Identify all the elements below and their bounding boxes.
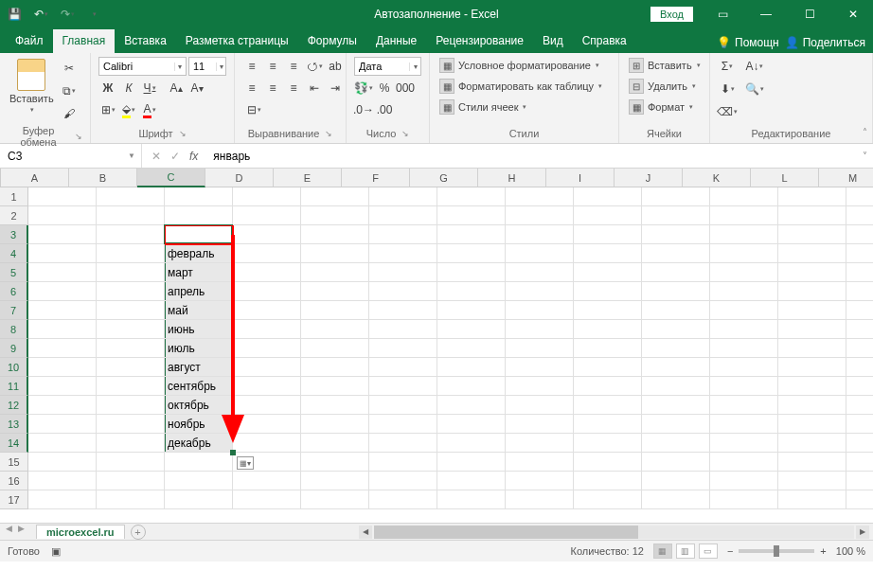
sheet-nav-prev-icon[interactable]: ◀ bbox=[6, 524, 12, 540]
cell[interactable] bbox=[28, 282, 97, 301]
cell[interactable] bbox=[437, 187, 506, 206]
cell[interactable] bbox=[574, 206, 642, 225]
cell[interactable] bbox=[642, 434, 710, 453]
share-button[interactable]: 👤 Поделиться bbox=[785, 36, 865, 49]
cell[interactable] bbox=[506, 187, 574, 206]
cell[interactable] bbox=[506, 396, 574, 415]
cell[interactable] bbox=[97, 396, 165, 415]
font-size-combo[interactable]: ▾ bbox=[188, 57, 226, 76]
cell[interactable] bbox=[574, 415, 642, 434]
cell[interactable] bbox=[846, 282, 873, 301]
cell[interactable] bbox=[710, 415, 778, 434]
minimize-icon[interactable]: — bbox=[752, 8, 780, 21]
cell[interactable] bbox=[778, 415, 846, 434]
align-top-icon[interactable]: ≡ bbox=[242, 57, 261, 76]
cell[interactable] bbox=[233, 225, 301, 244]
row-header[interactable]: 15 bbox=[0, 453, 28, 472]
cell[interactable] bbox=[233, 206, 301, 225]
cell[interactable] bbox=[28, 206, 97, 225]
cell[interactable] bbox=[233, 263, 301, 282]
column-header[interactable]: L bbox=[751, 169, 819, 187]
cell[interactable] bbox=[574, 187, 642, 206]
cell[interactable] bbox=[778, 282, 846, 301]
cell[interactable]: май bbox=[165, 301, 233, 320]
cell[interactable] bbox=[97, 490, 165, 509]
view-normal-icon[interactable]: ▦ bbox=[653, 543, 672, 559]
cell[interactable] bbox=[642, 225, 710, 244]
italic-button[interactable]: К bbox=[119, 79, 138, 98]
cell[interactable] bbox=[301, 301, 369, 320]
save-icon[interactable]: 💾 bbox=[6, 6, 23, 23]
cell[interactable] bbox=[574, 301, 642, 320]
cell[interactable] bbox=[846, 472, 873, 490]
cut-icon[interactable]: ✂ bbox=[60, 59, 79, 78]
cell[interactable] bbox=[778, 320, 846, 339]
cell[interactable] bbox=[437, 396, 506, 415]
borders-button[interactable]: ⊞▾ bbox=[98, 100, 117, 119]
cell[interactable] bbox=[301, 282, 369, 301]
cell[interactable] bbox=[710, 453, 778, 472]
tab-data[interactable]: Данные bbox=[366, 29, 426, 53]
cell[interactable] bbox=[233, 358, 301, 377]
fill-icon[interactable]: ⬇▾ bbox=[718, 80, 737, 98]
format-as-table-button[interactable]: ▦Форматировать как таблицу▾ bbox=[437, 78, 604, 95]
row-header[interactable]: 10 bbox=[0, 358, 28, 377]
cell[interactable] bbox=[710, 339, 778, 358]
cell[interactable] bbox=[369, 225, 437, 244]
row-header[interactable]: 5 bbox=[0, 263, 28, 282]
cell[interactable]: декабрь bbox=[165, 434, 233, 453]
cancel-formula-icon[interactable]: ✕ bbox=[151, 150, 161, 163]
column-header[interactable]: I bbox=[546, 169, 615, 187]
cell[interactable] bbox=[28, 339, 97, 358]
row-header[interactable]: 4 bbox=[0, 244, 28, 263]
cell[interactable] bbox=[437, 282, 506, 301]
merge-button[interactable]: ⊟▾ bbox=[242, 100, 266, 119]
find-select-icon[interactable]: 🔍▾ bbox=[744, 80, 765, 98]
cell[interactable] bbox=[437, 490, 506, 509]
cell[interactable] bbox=[28, 320, 97, 339]
cell[interactable] bbox=[28, 225, 97, 244]
cell[interactable] bbox=[369, 434, 437, 453]
cell[interactable] bbox=[301, 320, 369, 339]
cell[interactable] bbox=[846, 225, 873, 244]
cell[interactable]: июль bbox=[165, 339, 233, 358]
cell[interactable] bbox=[506, 434, 574, 453]
sheet-nav-next-icon[interactable]: ▶ bbox=[18, 524, 25, 540]
cell[interactable] bbox=[642, 453, 710, 472]
cell[interactable] bbox=[28, 453, 97, 472]
cell[interactable]: июнь bbox=[165, 320, 233, 339]
row-header[interactable]: 16 bbox=[0, 472, 28, 490]
collapse-ribbon-icon[interactable]: ˄ bbox=[863, 127, 867, 137]
cell[interactable] bbox=[710, 358, 778, 377]
cell[interactable] bbox=[97, 206, 165, 225]
column-header[interactable]: F bbox=[342, 169, 410, 187]
increase-font-icon[interactable]: A▴ bbox=[167, 79, 186, 98]
cell[interactable] bbox=[369, 244, 437, 263]
underline-button[interactable]: Ч▾ bbox=[140, 79, 159, 98]
cell[interactable] bbox=[846, 434, 873, 453]
tab-view[interactable]: Вид bbox=[533, 29, 573, 53]
horizontal-scrollbar[interactable]: ◀ ▶ bbox=[355, 524, 873, 540]
cell[interactable] bbox=[97, 358, 165, 377]
cell[interactable] bbox=[778, 358, 846, 377]
cell[interactable] bbox=[97, 320, 165, 339]
cell[interactable] bbox=[301, 396, 369, 415]
cell[interactable] bbox=[574, 263, 642, 282]
row-header[interactable]: 12 bbox=[0, 396, 28, 415]
cell[interactable] bbox=[97, 187, 165, 206]
cell[interactable] bbox=[97, 434, 165, 453]
column-header[interactable]: D bbox=[205, 169, 274, 187]
cell[interactable] bbox=[574, 453, 642, 472]
macro-record-icon[interactable]: ▣ bbox=[51, 545, 61, 558]
cell[interactable] bbox=[233, 320, 301, 339]
alignment-dialog-icon[interactable]: ↘ bbox=[325, 129, 332, 138]
percent-format-icon[interactable]: % bbox=[375, 79, 394, 98]
cell[interactable] bbox=[233, 490, 301, 509]
cell[interactable] bbox=[642, 244, 710, 263]
ribbon-options-icon[interactable]: ▭ bbox=[708, 8, 737, 21]
cell[interactable] bbox=[369, 187, 437, 206]
close-icon[interactable]: ✕ bbox=[839, 8, 867, 21]
cell[interactable] bbox=[642, 472, 710, 490]
cell[interactable] bbox=[301, 472, 369, 490]
increase-indent-icon[interactable]: ⇥ bbox=[326, 79, 345, 98]
